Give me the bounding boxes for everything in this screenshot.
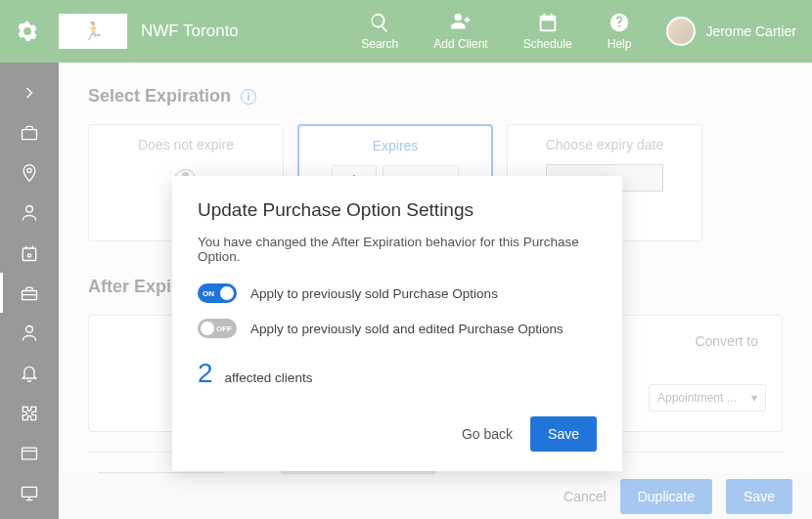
toggle-prev-sold-label: Apply to previously sold Purchase Option… bbox=[250, 286, 498, 301]
toggle-knob bbox=[220, 286, 234, 300]
toggle-row-prev-sold: ON Apply to previously sold Purchase Opt… bbox=[198, 283, 597, 303]
affected-clients-row: 2 affected clients bbox=[198, 358, 597, 389]
update-settings-modal: Update Purchase Option Settings You have… bbox=[172, 176, 622, 471]
affected-count: 2 bbox=[198, 358, 213, 389]
toggle-prev-sold[interactable]: ON bbox=[198, 283, 237, 303]
affected-label: affected clients bbox=[225, 370, 313, 385]
modal-go-back-button[interactable]: Go back bbox=[462, 426, 513, 442]
toggle-prev-edited-label: Apply to previously sold and edited Purc… bbox=[250, 322, 564, 336]
toggle-row-prev-edited: OFF Apply to previously sold and edited … bbox=[198, 319, 597, 338]
toggle-prev-edited[interactable]: OFF bbox=[198, 319, 237, 338]
toggle-knob bbox=[201, 322, 214, 335]
toggle-off-label: OFF bbox=[211, 324, 237, 333]
modal-actions: Go back Save bbox=[198, 416, 597, 452]
modal-description: You have changed the After Expiration be… bbox=[198, 235, 597, 264]
modal-save-button[interactable]: Save bbox=[530, 416, 597, 452]
toggle-on-label: ON bbox=[198, 289, 219, 298]
modal-title: Update Purchase Option Settings bbox=[198, 199, 597, 221]
